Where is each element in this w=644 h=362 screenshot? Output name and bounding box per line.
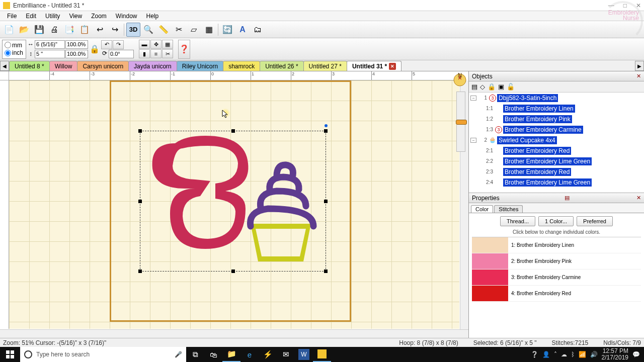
save-button[interactable]: 💾 [32,23,46,37]
color-row[interactable]: 3: Brother Embroidery Carmine [472,269,641,286]
app-icon-1[interactable]: ⚡ [259,347,277,362]
doc-tab-6[interactable]: Untitled 26 * [260,61,303,71]
minimize-button[interactable]: — [608,2,614,9]
tree-node-22[interactable]: 2:2Brother Embroidery Lime Green [469,156,644,166]
color-swatch[interactable] [472,253,508,269]
store-icon[interactable]: 🛍 [204,347,222,362]
undo-button[interactable]: ↪ [108,23,122,37]
flip-v-button[interactable]: ▮ [139,49,150,58]
word-icon[interactable]: W [298,349,309,360]
taskview-icon[interactable]: ⧉ [186,347,204,362]
color-swatch[interactable] [472,286,508,301]
unit-mm-radio[interactable] [5,42,11,48]
align-button[interactable]: ▦ [162,40,173,49]
scissors-tool[interactable]: ✂ [172,23,186,37]
maximize-button[interactable]: □ [623,2,627,9]
mail-icon[interactable]: ✉ [277,347,295,362]
tree-toggle-2[interactable]: − [470,138,476,143]
print-button[interactable]: 🖨 [47,23,61,37]
tree-node-11[interactable]: 1:1Brother Embroidery Linen [469,103,644,114]
distribute-button[interactable]: ≡ [150,49,162,58]
hoop-tool[interactable]: ▦ [202,23,216,37]
tray-network-icon[interactable]: 📶 [579,351,586,358]
copy-button[interactable]: 📑 [62,23,76,37]
tab-scroll-right[interactable]: ▶ [635,61,644,71]
doc-tab-8[interactable]: Untitled 31 *✕ [347,61,401,71]
tree-node-23[interactable]: 2:3Brother Embroidery Red [469,166,644,177]
menu-view[interactable]: View [65,12,86,21]
color-swatch[interactable] [472,269,508,285]
new-button[interactable]: 📄 [2,23,16,37]
zoom-tool[interactable]: 🔍 [141,23,155,37]
tray-bluetooth-icon[interactable]: ᛒ [571,351,575,358]
start-button[interactable] [0,347,20,362]
redo-small[interactable]: ↷ [113,40,124,49]
design-canvas[interactable] [9,80,459,329]
close-button[interactable]: ✕ [636,2,641,9]
doc-tab-5[interactable]: shamrock [223,61,260,71]
doc-tab-3[interactable]: Jayda unicorn [128,61,177,71]
doc-tab-2[interactable]: Carsyn unicorn [77,61,129,71]
select-tool[interactable]: ▱ [187,23,201,37]
tray-volume-icon[interactable]: 🔊 [590,351,598,358]
tree-node-13[interactable]: 1:33Brother Embroidery Carmine [469,124,644,135]
tray-onedrive-icon[interactable]: ☁ [561,351,567,358]
objects-close-button[interactable]: ✕ [636,73,641,79]
menu-window[interactable]: Window [112,12,141,21]
doc-tab-1[interactable]: Willow [49,61,78,71]
tray-up-icon[interactable]: ˄ [554,351,557,358]
flip-h-button[interactable]: ▬ [139,40,150,49]
doc-tab-7[interactable]: Untitled 27 * [303,61,347,71]
measure-tool[interactable]: 📏 [156,23,171,37]
obj-tool-lock[interactable]: 🔒 [487,82,496,91]
tab-close-button[interactable]: ✕ [389,63,396,70]
help-button[interactable]: ❓ [178,40,190,59]
merge-button[interactable]: ↩ [93,23,107,37]
obj-tool-5[interactable]: 🔓 [506,82,515,91]
width-pct-input[interactable] [65,40,88,49]
tree-node-1[interactable]: − 1 3 Dbjj582-3-Satin-5inch [469,93,644,103]
3d-toggle[interactable]: 3D [126,23,140,37]
edge-icon[interactable]: e [240,347,259,362]
color-row[interactable]: 2: Brother Embroidery Pink [472,253,641,269]
library-button[interactable]: 🗂 [251,23,265,37]
width-input[interactable] [35,40,65,49]
taskbar-search[interactable]: Type here to search 🎤 [20,347,186,362]
color-swatch[interactable] [472,237,508,253]
zoom-slider[interactable] [456,92,465,152]
doc-tab-0[interactable]: Untitled 8 * [9,61,50,71]
one-color-button[interactable]: 1 Color... [538,216,574,226]
tree-node-12[interactable]: 1:2Brother Embroidery Pink [469,114,644,124]
doc-tab-4[interactable]: Riley Unicorn [177,61,223,71]
tree-node-2[interactable]: − 2 🧁 Swirled Cupcake 4x4 [469,135,644,145]
paste-button[interactable]: 📋 [77,23,92,37]
obj-tool-1[interactable]: ▤ [471,82,478,91]
notifications-icon[interactable]: 💬 [632,351,640,358]
canvas-scrollbar-h[interactable] [0,329,468,338]
text-tool[interactable]: A [235,23,250,37]
menu-edit[interactable]: Edit [22,12,40,21]
rotate-handle[interactable] [325,124,328,127]
unit-selector[interactable]: mm inch [2,40,26,59]
color-row[interactable]: 4: Brother Embroidery Red [472,286,641,302]
refresh-button[interactable]: 🔄 [220,23,234,37]
menu-help[interactable]: Help [142,12,163,21]
taskbar-clock[interactable]: 12:57 PM 2/17/2019 [602,348,628,361]
tree-node-21[interactable]: 2:1Brother Embroidery Red [469,145,644,156]
zoom-thumb[interactable] [456,120,467,125]
menu-zoom[interactable]: Zoom [87,12,111,21]
height-pct-input[interactable] [65,50,88,58]
tray-people-icon[interactable]: 👤 [542,351,550,358]
objects-tree[interactable]: − 1 3 Dbjj582-3-Satin-5inch 1:1Brother E… [469,93,644,193]
menu-file[interactable]: File [3,12,21,21]
preferred-button[interactable]: Preferred [577,216,613,226]
tree-toggle-1[interactable]: − [470,96,476,101]
cut-button[interactable]: ✂ [162,49,173,58]
center-button[interactable]: ✥ [150,40,162,49]
undo-small[interactable]: ↶ [101,40,112,49]
prop-tab-color[interactable]: Color [471,205,493,213]
compass-icon[interactable]: N [452,72,467,87]
selection-box[interactable] [140,131,326,272]
lock-aspect-button[interactable]: 🔒 [89,40,100,58]
prop-tab-stitches[interactable]: Stitches [494,205,523,213]
